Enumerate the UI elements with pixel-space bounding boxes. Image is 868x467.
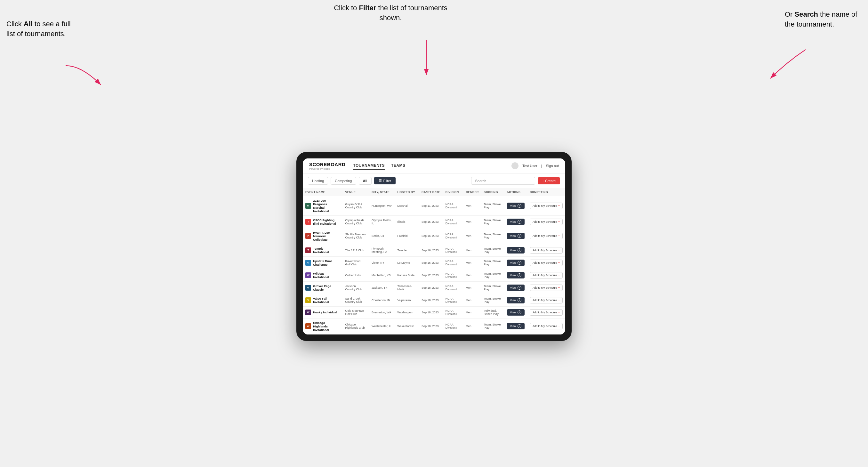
table-row: G Grover Page Classic Jackson Country Cl… <box>303 281 565 294</box>
view-button[interactable]: View i <box>507 285 525 291</box>
cell-event-name: W Chicago Highlands Invitational <box>303 318 343 334</box>
all-tab[interactable]: All <box>359 177 372 185</box>
cell-actions: View i <box>504 281 527 294</box>
view-button[interactable]: View i <box>507 259 525 266</box>
cell-scoring: Team, Stroke Play <box>482 215 504 228</box>
add-to-schedule-button[interactable]: Add to My Schedule + <box>530 203 563 209</box>
info-icon: i <box>518 273 521 277</box>
cell-competing: Add to My Schedule + <box>527 196 565 215</box>
cell-start-date: Sep 18, 2023 <box>419 294 443 306</box>
nav-tab-tournaments[interactable]: TOURNAMENTS <box>353 162 385 169</box>
cell-event-name: I OFCC Fighting Illini Invitational <box>303 215 343 228</box>
cell-hosted-by: Illinois <box>395 215 419 228</box>
cell-gender: Men <box>463 294 481 306</box>
cell-city-state: Bremerton, WA <box>369 306 395 318</box>
cell-city-state: Jackson, TN <box>369 281 395 294</box>
col-division: DIVISION <box>443 188 463 196</box>
info-icon: i <box>518 310 521 314</box>
col-city-state: CITY, STATE <box>369 188 395 196</box>
hosting-tab[interactable]: Hosting <box>308 177 328 185</box>
add-to-schedule-button[interactable]: Add to My Schedule + <box>530 272 563 278</box>
cell-venue: Sand Creek Country Club <box>343 294 369 306</box>
info-icon: i <box>518 298 521 302</box>
add-to-schedule-button[interactable]: Add to My Schedule + <box>530 247 563 253</box>
plus-icon: + <box>558 204 560 208</box>
cell-scoring: Team, Stroke Play <box>482 318 504 334</box>
cell-competing: Add to My Schedule + <box>527 215 565 228</box>
view-button[interactable]: View i <box>507 323 525 330</box>
add-to-schedule-button[interactable]: Add to My Schedule + <box>530 219 563 225</box>
view-button[interactable]: View i <box>507 233 525 239</box>
view-button[interactable]: View i <box>507 219 525 225</box>
filter-button[interactable]: ☰ Filter <box>374 177 396 184</box>
table-header: EVENT NAME VENUE CITY, STATE HOSTED BY S… <box>303 188 565 196</box>
event-name-text: Chicago Highlands Invitational <box>313 321 340 332</box>
cell-division: NCAA Division I <box>443 306 463 318</box>
user-name: Test User <box>522 164 537 168</box>
cell-hosted-by: Washington <box>395 306 419 318</box>
search-input[interactable] <box>471 177 535 185</box>
separator: | <box>541 164 542 168</box>
info-icon: i <box>518 324 521 328</box>
competing-tab[interactable]: Competing <box>331 177 356 185</box>
team-logo: V <box>305 298 311 303</box>
cell-division: NCAA Division I <box>443 196 463 215</box>
annotation-topcenter: Click to Filter the list of tournaments … <box>330 3 452 23</box>
cell-start-date: Sep 16, 2023 <box>419 244 443 256</box>
cell-gender: Men <box>463 318 481 334</box>
cell-hosted-by: Tennessee-Martin <box>395 281 419 294</box>
add-to-schedule-button[interactable]: Add to My Schedule + <box>530 259 563 266</box>
cell-gender: Men <box>463 196 481 215</box>
cell-city-state: Huntington, WV <box>369 196 395 215</box>
col-event-name: EVENT NAME <box>303 188 343 196</box>
nav-tab-teams[interactable]: TEAMS <box>391 162 405 169</box>
add-to-schedule-button[interactable]: Add to My Schedule + <box>530 309 563 316</box>
team-logo: M <box>305 203 311 209</box>
arrow-to-search <box>745 46 809 82</box>
table-row: F Ryan T. Lee Memorial Collegiate Shuttl… <box>303 228 565 244</box>
cell-start-date: Sep 16, 2023 <box>419 256 443 269</box>
table-row: T Temple Invitational The 1912 Club Plym… <box>303 244 565 256</box>
cell-competing: Add to My Schedule + <box>527 318 565 334</box>
event-name-text: OFCC Fighting Illini Invitational <box>313 218 340 225</box>
team-logo: I <box>305 219 311 225</box>
view-button[interactable]: View i <box>507 309 525 316</box>
cell-division: NCAA Division I <box>443 256 463 269</box>
view-button[interactable]: View i <box>507 247 525 253</box>
filter-label: Filter <box>383 179 391 183</box>
cell-event-name: T Temple Invitational <box>303 244 343 256</box>
cell-start-date: Sep 17, 2023 <box>419 269 443 281</box>
cell-gender: Men <box>463 215 481 228</box>
cell-actions: View i <box>504 196 527 215</box>
create-button[interactable]: + Create <box>538 177 560 184</box>
view-button[interactable]: View i <box>507 272 525 278</box>
cell-actions: View i <box>504 294 527 306</box>
cell-venue: Jackson Country Club <box>343 281 369 294</box>
event-name-text: Grover Page Classic <box>313 284 340 291</box>
cell-gender: Men <box>463 228 481 244</box>
app-header: SCOREBOARD Powered by clippd TOURNAMENTS… <box>303 158 565 174</box>
add-to-schedule-button[interactable]: Add to My Schedule + <box>530 285 563 291</box>
cell-venue: The 1912 Club <box>343 244 369 256</box>
info-icon: i <box>518 220 521 224</box>
add-to-schedule-button[interactable]: Add to My Schedule + <box>530 233 563 239</box>
team-logo: T <box>305 247 311 253</box>
cell-venue: Chicago Highlands Club <box>343 318 369 334</box>
signout-link[interactable]: Sign out <box>546 164 559 168</box>
view-button[interactable]: View i <box>507 203 525 209</box>
add-to-schedule-button[interactable]: Add to My Schedule + <box>530 323 563 330</box>
cell-hosted-by: Le Moyne <box>395 256 419 269</box>
event-name-text: Wildcat Invitational <box>313 272 340 279</box>
view-button[interactable]: View i <box>507 297 525 304</box>
add-to-schedule-button[interactable]: Add to My Schedule + <box>530 297 563 304</box>
team-logo: G <box>305 285 311 291</box>
cell-start-date: Sep 18, 2023 <box>419 318 443 334</box>
filter-icon: ☰ <box>379 179 382 183</box>
main-nav: TOURNAMENTS TEAMS <box>353 162 512 169</box>
cell-gender: Men <box>463 256 481 269</box>
col-actions: ACTIONS <box>504 188 527 196</box>
cell-city-state: Olympia Fields, IL <box>369 215 395 228</box>
app-logo: SCOREBOARD <box>309 162 345 167</box>
event-name-text: 2023 Joe Feaganes Marshall Invitational <box>313 199 340 213</box>
table-row: M 2023 Joe Feaganes Marshall Invitationa… <box>303 196 565 215</box>
